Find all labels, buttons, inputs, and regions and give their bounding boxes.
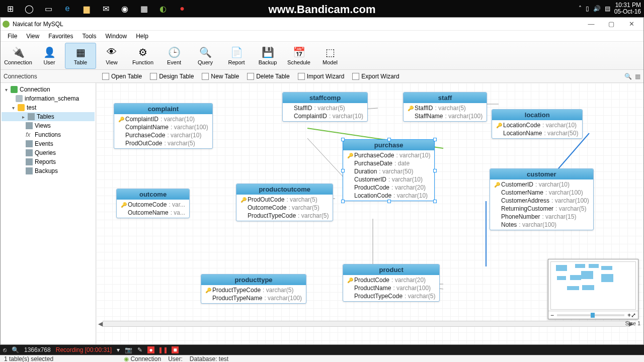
toolbar-user[interactable]: 👤User bbox=[34, 43, 65, 69]
battery-icon[interactable]: ▯ bbox=[586, 5, 589, 12]
entity-header[interactable]: complaint bbox=[114, 104, 212, 114]
toolbar-view[interactable]: 👁View bbox=[96, 43, 127, 69]
menu-favorites[interactable]: Favorites bbox=[44, 32, 77, 41]
field-row[interactable]: 🔑ProductCode : varchar(20) bbox=[343, 276, 439, 284]
menu-file[interactable]: File bbox=[4, 32, 21, 41]
rec-dropdown-icon[interactable]: ▾ bbox=[117, 346, 120, 353]
start-icon[interactable]: ⊞ bbox=[3, 2, 17, 16]
navicat-taskbar-icon[interactable]: ◐ bbox=[156, 2, 170, 16]
tree-views[interactable]: Views bbox=[2, 121, 95, 130]
field-row[interactable]: CustomerAddress : varchar(100) bbox=[490, 197, 593, 205]
field-row[interactable]: PurchaseDate : date bbox=[343, 159, 434, 167]
taskview-icon[interactable]: ▭ bbox=[41, 2, 55, 16]
tray-up-icon[interactable]: ˄ bbox=[579, 5, 582, 12]
tree-functions[interactable]: fxFunctions bbox=[2, 130, 95, 139]
rec-pause-icon[interactable]: ❚❚ bbox=[159, 346, 167, 353]
zoom-out-icon[interactable]: − bbox=[550, 312, 554, 319]
menu-tools[interactable]: Tools bbox=[78, 32, 101, 41]
entity-header[interactable]: staffcomp bbox=[283, 93, 367, 103]
field-row[interactable]: LocationName : varchar(50) bbox=[492, 129, 582, 137]
mail-icon[interactable]: ✉ bbox=[99, 2, 113, 16]
entity-header[interactable]: productoutcome bbox=[236, 184, 333, 195]
tree-connection[interactable]: ▾Connection bbox=[2, 85, 95, 94]
entity-header[interactable]: purchase bbox=[343, 140, 434, 150]
field-row[interactable]: PhoneNumber : varchar(15) bbox=[490, 213, 593, 221]
field-row[interactable]: 🔑ComplaintID : varchar(10) bbox=[114, 115, 212, 123]
field-row[interactable]: 🔑LocationCode : varchar(10) bbox=[492, 121, 582, 129]
rec-record-icon[interactable]: ● bbox=[147, 346, 154, 353]
subtoolbar-delete-table[interactable]: Delete Table bbox=[243, 72, 294, 81]
toolbar-table[interactable]: ▦Table bbox=[65, 43, 96, 69]
entity-purchase[interactable]: purchase🔑PurchaseCode : varchar(10)Purch… bbox=[343, 139, 435, 201]
cortana-icon[interactable]: ◯ bbox=[22, 2, 36, 16]
subtoolbar-new-table[interactable]: New Table bbox=[198, 72, 243, 81]
hscrollbar[interactable]: ◀▶ bbox=[98, 320, 633, 327]
zoom-slider[interactable] bbox=[557, 314, 624, 316]
rec-camera-icon[interactable]: 📷 bbox=[125, 346, 132, 353]
entity-location[interactable]: location🔑LocationCode : varchar(10)Locat… bbox=[492, 109, 583, 139]
minimap-expand-icon[interactable]: ⤢ bbox=[631, 312, 636, 319]
field-row[interactable]: PurchaseCode : varchar(10) bbox=[114, 131, 212, 139]
rec-tool-icon[interactable]: ⎋ bbox=[3, 346, 7, 353]
tree-reports[interactable]: Reports bbox=[2, 157, 95, 166]
field-row[interactable]: ProductTypeCode : varchar(5) bbox=[343, 292, 439, 300]
toolbar-schedule[interactable]: 📅Schedule bbox=[283, 43, 314, 69]
menu-view[interactable]: View bbox=[22, 32, 43, 41]
subtoolbar-design-table[interactable]: Design Table bbox=[146, 72, 198, 81]
field-row[interactable]: ProductCode : varchar(20) bbox=[343, 184, 434, 192]
toolbar-model[interactable]: ⬚Model bbox=[314, 43, 346, 69]
edge-icon[interactable]: e bbox=[60, 2, 74, 16]
toolbar-event[interactable]: 🕒Event bbox=[158, 43, 190, 69]
field-row[interactable]: ReturningCustomer : varchar(5) bbox=[490, 205, 593, 213]
tree-tables[interactable]: ▸Tables bbox=[2, 112, 95, 121]
entity-header[interactable]: location bbox=[492, 110, 582, 120]
chrome-icon[interactable]: ◉ bbox=[118, 2, 132, 16]
selection-handle[interactable] bbox=[341, 200, 345, 203]
maximize-button[interactable]: ▢ bbox=[601, 19, 621, 30]
clock[interactable]: 10:31 PM 05-Oct-16 bbox=[614, 2, 641, 15]
field-row[interactable]: ProductName : varchar(100) bbox=[343, 284, 439, 292]
entity-complaint[interactable]: complaint🔑ComplaintID : varchar(10)Compl… bbox=[114, 103, 213, 149]
field-row[interactable]: 🔑OutcomeCode : var... bbox=[117, 201, 189, 209]
field-row[interactable]: LocationCode : varchar(10) bbox=[343, 192, 434, 200]
field-row[interactable]: OutcomeCode : varchar(5) bbox=[236, 204, 333, 212]
subtoolbar-import-wizard[interactable]: Import Wizard bbox=[294, 72, 349, 81]
tree-queries[interactable]: Queries bbox=[2, 148, 95, 157]
field-row[interactable]: 🔑CustomerID : varchar(10) bbox=[490, 180, 593, 189]
entity-staffcomp[interactable]: staffcompStaffID : varchar(5)ComplaintID… bbox=[282, 92, 368, 122]
rec-zoom-icon[interactable]: 🔍 bbox=[12, 346, 19, 353]
selection-handle[interactable] bbox=[433, 169, 437, 172]
field-row[interactable]: ComplaintID : varchar(10) bbox=[283, 112, 367, 120]
field-row[interactable]: CustomerName : varchar(100) bbox=[490, 189, 593, 197]
field-row[interactable]: 🔑PurchaseCode : varchar(10) bbox=[343, 151, 434, 159]
toolbar-query[interactable]: 🔍Query bbox=[190, 43, 221, 69]
field-row[interactable]: OutcomeName : va... bbox=[117, 209, 189, 217]
minimize-button[interactable]: — bbox=[581, 19, 601, 30]
field-row[interactable]: Notes : varchar(100) bbox=[490, 221, 593, 229]
field-row[interactable]: ProductTypeName : varchar(100) bbox=[201, 294, 306, 302]
field-row[interactable]: CustomerID : varchar(10) bbox=[343, 175, 434, 184]
toolbar-connection[interactable]: 🔌Connection bbox=[3, 43, 34, 69]
store-icon[interactable]: ▦ bbox=[137, 2, 151, 16]
diagram-canvas[interactable]: complaint🔑ComplaintID : varchar(10)Compl… bbox=[96, 83, 643, 344]
toolbar-backup[interactable]: 💾Backup bbox=[252, 43, 283, 69]
field-row[interactable]: 🔑StaffID : varchar(5) bbox=[404, 104, 487, 112]
entity-header[interactable]: producttype bbox=[201, 275, 306, 285]
field-row[interactable]: StaffID : varchar(5) bbox=[283, 104, 367, 112]
selection-handle[interactable] bbox=[341, 138, 345, 141]
close-button[interactable]: ✕ bbox=[621, 19, 641, 30]
rec-stop-icon[interactable]: ■ bbox=[172, 346, 179, 353]
grid-view-icon[interactable]: ▦ bbox=[635, 73, 640, 80]
field-row[interactable]: StaffName : varchar(100) bbox=[404, 112, 487, 120]
entity-header[interactable]: staff bbox=[404, 93, 487, 103]
entity-header[interactable]: customer bbox=[490, 169, 593, 179]
entity-header[interactable]: product bbox=[343, 264, 439, 275]
tree-test-db[interactable]: ▾test bbox=[2, 103, 95, 112]
subtoolbar-open-table[interactable]: Open Table bbox=[98, 72, 146, 81]
toolbar-function[interactable]: ⚙Function bbox=[127, 43, 158, 69]
selection-handle[interactable] bbox=[387, 200, 391, 203]
field-row[interactable]: ComplaintName : varchar(100) bbox=[114, 123, 212, 131]
notes-icon[interactable]: ▤ bbox=[605, 5, 610, 12]
bandicam-icon[interactable]: ● bbox=[175, 2, 189, 16]
tree-information-schema[interactable]: information_schema bbox=[2, 94, 95, 103]
